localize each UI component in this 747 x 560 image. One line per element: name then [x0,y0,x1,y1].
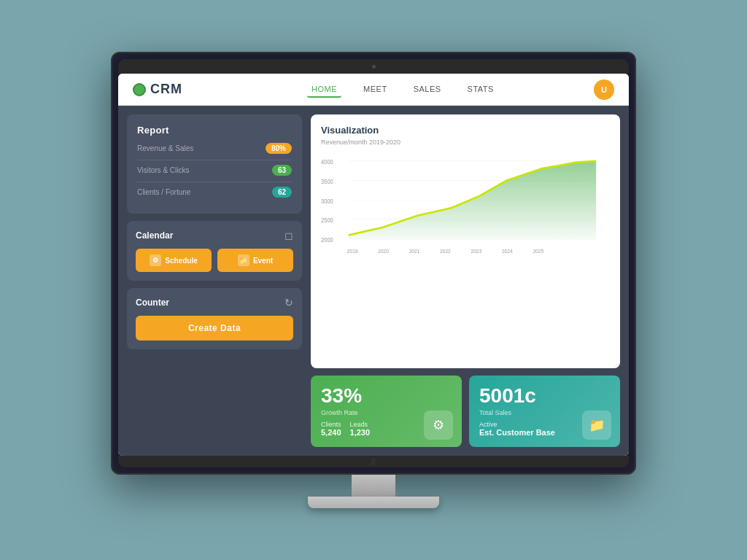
svg-text:2000: 2000 [321,237,333,244]
green-sub-1: Clients 5,240 [321,421,341,437]
green-big-number: 33% [321,386,452,406]
nav-link-stats[interactable]: Stats [463,82,498,98]
green-sub-value-1: 5,240 [321,428,341,437]
nav-links: Home Meet Sales Stats [212,82,594,98]
action-card-title: Calendar [136,230,173,241]
stat-row-1: Revenue & Sales 80% [137,143,292,154]
teal-card-icon: 📁 [582,411,611,440]
counter-card-title: Counter [136,298,169,308]
logo-text: CRM [150,82,182,97]
svg-text:2500: 2500 [321,217,333,225]
green-card-icon: ⚙ [424,411,453,440]
apple-logo:  [372,456,375,467]
user-avatar[interactable]: U [594,79,614,100]
monitor-screen: CRM Home Meet Sales Stats U Report [118,74,629,456]
svg-text:4000: 4000 [321,159,333,166]
line-chart: 4000 3500 3000 2500 2000 2019 2020 [321,153,610,262]
counter-card: Counter ↻ Create Data [127,288,302,349]
right-panel: Visualization Revenue/month 2019-2020 [311,114,620,447]
left-panel: Report Revenue & Sales 80% Visitors & Cl… [127,114,302,447]
teal-sub-value-1: Est. Customer Base [479,428,555,437]
green-sub-2: Leads 1,230 [350,421,371,437]
report-card: Report Revenue & Sales 80% Visitors & Cl… [127,114,302,214]
chart-subtitle: Revenue/month 2019-2020 [321,139,610,146]
camera-dot [372,65,376,69]
create-data-button[interactable]: Create Data [136,316,293,341]
nav-link-meet[interactable]: Meet [359,82,392,98]
bezel-top [118,59,629,74]
action-btn-row: ⚙ Schedule 📁 Event [136,249,293,272]
teal-sub-1: Active Est. Customer Base [479,421,555,437]
divider-1 [137,160,292,160]
svg-text:2024: 2024 [502,249,513,254]
counter-card-header: Counter ↻ [136,297,293,308]
counter-icon: ↻ [285,297,293,308]
svg-text:2022: 2022 [440,249,451,254]
stat-card-green: 33% Growth Rate Clients 5,240 Leads 1,23… [311,376,462,447]
bottom-cards: 33% Growth Rate Clients 5,240 Leads 1,23… [311,376,620,447]
stat-label-1: Revenue & Sales [137,144,193,152]
svg-text:3500: 3500 [321,178,333,185]
topnav: CRM Home Meet Sales Stats U [118,74,629,106]
report-card-title: Report [137,125,292,136]
stat-badge-3: 62 [272,187,292,198]
schedule-button[interactable]: ⚙ Schedule [136,249,212,272]
main-content: Report Revenue & Sales 80% Visitors & Cl… [118,106,629,456]
monitor-base [308,497,439,508]
action-card: Calendar ◻ ⚙ Schedule 📁 Event [127,221,302,281]
event-label: Event [253,257,273,265]
teal-sub-label-1: Active [479,421,555,428]
stat-row-3: Clients / Fortune 62 [137,187,292,198]
nav-link-home[interactable]: Home [307,82,341,98]
svg-text:2020: 2020 [378,249,389,254]
svg-text:3000: 3000 [321,198,333,205]
chart-title: Visualization [321,125,610,136]
svg-text:2019: 2019 [347,249,358,254]
stat-card-teal: 5001c Total Sales Active Est. Customer B… [469,376,620,447]
teal-big-number: 5001c [479,386,610,406]
schedule-icon: ⚙ [150,254,161,266]
svg-text:2021: 2021 [409,249,420,254]
nav-link-sales[interactable]: Sales [409,82,446,98]
monitor-neck [352,475,395,497]
logo-area: CRM [133,82,182,97]
chart-card: Visualization Revenue/month 2019-2020 [311,114,620,368]
schedule-label: Schedule [165,257,197,265]
monitor-outer: CRM Home Meet Sales Stats U Report [111,52,636,475]
event-icon: 📁 [238,254,249,266]
bezel-bottom:  [118,456,629,467]
divider-2 [137,182,292,182]
svg-text:2025: 2025 [533,249,543,254]
monitor-wrapper: CRM Home Meet Sales Stats U Report [111,52,636,508]
stat-badge-1: 80% [266,143,292,154]
stat-badge-2: 63 [272,165,292,176]
calendar-icon: ◻ [285,230,293,241]
stat-row-2: Visitors & Clicks 63 [137,165,292,176]
logo-icon [133,83,146,96]
stat-label-2: Visitors & Clicks [137,166,190,174]
green-sub-value-2: 1,230 [350,428,371,437]
green-sub-label-1: Clients [321,421,341,428]
svg-text:2023: 2023 [471,249,482,254]
action-card-header: Calendar ◻ [136,230,293,241]
green-sub-label-2: Leads [350,421,371,428]
stat-label-3: Clients / Fortune [137,188,190,196]
event-button[interactable]: 📁 Event [217,249,293,272]
